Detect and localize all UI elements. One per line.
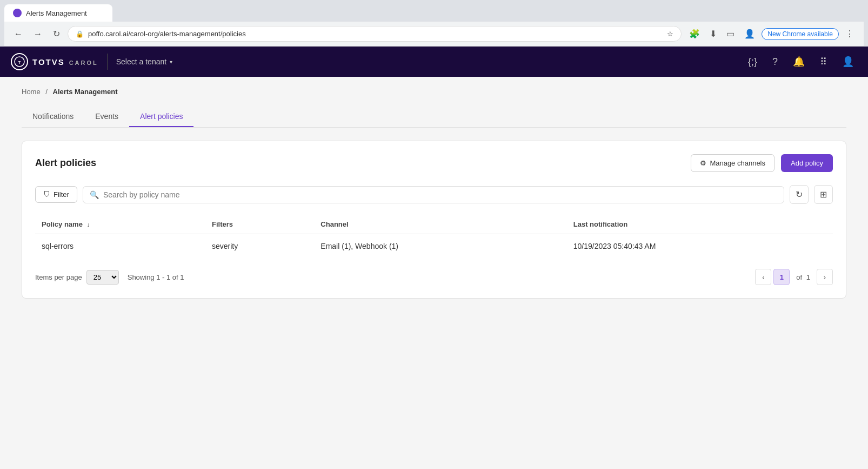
alert-policies-card: Alert policies ⚙ Manage channels Add pol… bbox=[22, 141, 846, 299]
card-actions: ⚙ Manage channels Add policy bbox=[691, 154, 833, 172]
cell-filters: severity bbox=[205, 234, 314, 259]
filter-icon: ⛉ bbox=[43, 190, 50, 199]
filter-label: Filter bbox=[54, 190, 69, 199]
card-title: Alert policies bbox=[35, 157, 96, 169]
browser-chrome: Alerts Management ← → ↻ 🔒 poffo.carol.ai… bbox=[0, 0, 868, 47]
app: T TOTVS CAROL Select a tenant ▾ {;} ? 🔔 … bbox=[0, 47, 868, 468]
svg-text:T: T bbox=[18, 60, 21, 65]
top-nav: T TOTVS CAROL Select a tenant ▾ {;} ? 🔔 … bbox=[0, 47, 868, 77]
current-page-button[interactable]: 1 bbox=[773, 269, 790, 285]
extensions-icon[interactable]: 🧩 bbox=[686, 27, 703, 41]
logo-icon: T bbox=[11, 53, 28, 70]
table-body: sql-errors severity Email (1), Webhook (… bbox=[35, 234, 833, 259]
new-chrome-badge[interactable]: New Chrome available bbox=[762, 28, 839, 40]
columns-button[interactable]: ⊞ bbox=[814, 185, 833, 204]
browser-toolbar-right: 🧩 ⬇ ▭ 👤 New Chrome available ⋮ bbox=[686, 27, 857, 41]
cell-policy-name: sql-errors bbox=[35, 234, 205, 259]
col-last-notification: Last notification bbox=[567, 215, 833, 234]
search-icon: 🔍 bbox=[90, 190, 99, 199]
tab-favicon bbox=[13, 9, 22, 17]
sort-icon: ↓ bbox=[87, 221, 90, 228]
nav-divider bbox=[107, 54, 108, 70]
menu-icon[interactable]: ⋮ bbox=[842, 27, 857, 41]
lock-icon: 🔒 bbox=[76, 30, 84, 38]
chevron-down-icon: ▾ bbox=[170, 59, 172, 65]
profile-icon[interactable]: 👤 bbox=[741, 27, 758, 41]
tenant-label: Select a tenant bbox=[116, 57, 166, 66]
breadcrumb: Home / Alerts Management bbox=[22, 88, 846, 96]
tab-title: Alerts Management bbox=[26, 9, 87, 17]
cell-last-notification: 10/19/2023 05:40:43 AM bbox=[567, 234, 833, 259]
address-bar[interactable]: 🔒 poffo.carol.ai/carol-org/alerts-manage… bbox=[68, 26, 682, 42]
manage-channels-button[interactable]: ⚙ Manage channels bbox=[691, 154, 774, 172]
card-header: Alert policies ⚙ Manage channels Add pol… bbox=[35, 154, 833, 172]
tab-groups-icon[interactable]: ▭ bbox=[723, 27, 738, 41]
browser-toolbar: ← → ↻ 🔒 poffo.carol.ai/carol-org/alerts-… bbox=[4, 22, 864, 47]
add-policy-button[interactable]: Add policy bbox=[781, 154, 833, 172]
col-channel: Channel bbox=[314, 215, 566, 234]
pagination: Items per page 25 50 100 Showing 1 - 1 o… bbox=[35, 269, 833, 285]
filter-button[interactable]: ⛉ Filter bbox=[35, 186, 77, 203]
refresh-browser-button[interactable]: ↻ bbox=[50, 27, 63, 41]
col-filters: Filters bbox=[205, 215, 314, 234]
table-header-row: Policy name ↓ Filters Channel Last notif… bbox=[35, 215, 833, 234]
breadcrumb-home[interactable]: Home bbox=[22, 88, 41, 96]
search-input-wrap: 🔍 bbox=[83, 186, 784, 203]
showing-text: Showing 1 - 1 of 1 bbox=[128, 273, 184, 281]
forward-button[interactable]: → bbox=[30, 27, 45, 41]
search-bar: ⛉ Filter 🔍 ↻ ⊞ bbox=[35, 185, 833, 204]
page-content: Home / Alerts Management Notifications E… bbox=[0, 77, 868, 309]
bell-icon[interactable]: 🔔 bbox=[790, 52, 808, 71]
apps-icon[interactable]: ⠿ bbox=[817, 52, 830, 71]
refresh-button[interactable]: ↻ bbox=[790, 185, 809, 204]
table-row: sql-errors severity Email (1), Webhook (… bbox=[35, 234, 833, 259]
user-icon[interactable]: 👤 bbox=[839, 52, 857, 71]
cell-channel: Email (1), Webhook (1) bbox=[314, 234, 566, 259]
help-icon[interactable]: ? bbox=[769, 53, 781, 71]
back-button[interactable]: ← bbox=[11, 27, 26, 41]
table-head: Policy name ↓ Filters Channel Last notif… bbox=[35, 215, 833, 234]
code-icon[interactable]: {;} bbox=[745, 53, 760, 71]
next-page-button[interactable]: › bbox=[817, 269, 833, 285]
logo-text: TOTVS CAROL bbox=[32, 57, 98, 67]
address-url: poffo.carol.ai/carol-org/alerts-manageme… bbox=[88, 30, 663, 38]
page-info: of 1 bbox=[792, 273, 814, 281]
manage-channels-label: Manage channels bbox=[710, 159, 765, 167]
settings-icon: ⚙ bbox=[700, 159, 706, 167]
prev-page-button[interactable]: ‹ bbox=[755, 269, 771, 285]
items-per-page: Items per page 25 50 100 bbox=[35, 270, 119, 285]
tenant-selector[interactable]: Select a tenant ▾ bbox=[116, 57, 172, 66]
logo-area: T TOTVS CAROL bbox=[11, 53, 98, 70]
items-per-page-select[interactable]: 25 50 100 bbox=[86, 270, 119, 285]
col-policy-name[interactable]: Policy name ↓ bbox=[35, 215, 205, 234]
policies-table: Policy name ↓ Filters Channel Last notif… bbox=[35, 215, 833, 258]
browser-tab[interactable]: Alerts Management bbox=[4, 4, 112, 22]
search-input[interactable] bbox=[103, 190, 777, 199]
page-controls: ‹ 1 of 1 › bbox=[755, 269, 833, 285]
bookmark-icon[interactable]: ☆ bbox=[667, 30, 673, 38]
tab-notifications[interactable]: Notifications bbox=[22, 107, 84, 127]
tab-events[interactable]: Events bbox=[84, 107, 129, 127]
tab-bar: Notifications Events Alert policies bbox=[22, 107, 846, 128]
tab-alert-policies[interactable]: Alert policies bbox=[129, 107, 193, 127]
download-icon[interactable]: ⬇ bbox=[706, 27, 720, 41]
breadcrumb-current: Alerts Management bbox=[53, 88, 118, 96]
breadcrumb-separator: / bbox=[45, 88, 48, 96]
nav-right: {;} ? 🔔 ⠿ 👤 bbox=[745, 52, 857, 71]
items-per-page-label: Items per page bbox=[35, 273, 82, 281]
